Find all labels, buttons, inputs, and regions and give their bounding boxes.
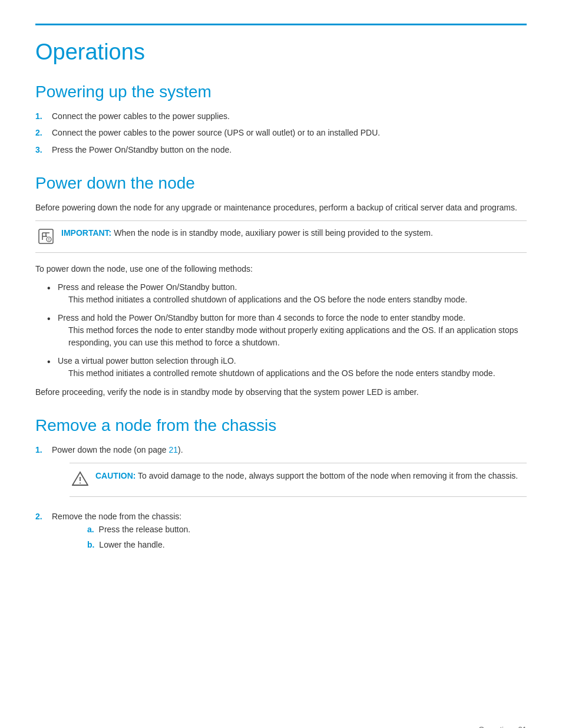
caution-content: CAUTION: To avoid damage to the node, al… — [95, 469, 518, 482]
step-number: 3. — [35, 143, 52, 156]
power-down-bullets: Press and release the Power On/Standby b… — [47, 281, 527, 380]
section-heading-remove-node: Remove a node from the chassis — [35, 416, 527, 435]
svg-point-10 — [80, 482, 81, 483]
bullet-detail: This method initiates a controlled remot… — [68, 367, 527, 380]
step-number: 2. — [35, 126, 52, 139]
powering-up-steps: 1. Connect the power cables to the power… — [35, 110, 527, 156]
step-text-before: Power down the node (on page — [52, 445, 168, 454]
caution-label: CAUTION: — [95, 471, 135, 480]
section-heading-power-down: Power down the node — [35, 174, 527, 193]
list-item: 3. Press the Power On/Standby button on … — [35, 143, 527, 156]
list-item: b. Lower the handle. — [87, 539, 527, 551]
bullet-main: Press and release the Power On/Standby b… — [58, 282, 237, 292]
step-text: Connect the power cables to the power so… — [52, 126, 527, 139]
step-text: Press the Power On/Standby button on the… — [52, 143, 527, 156]
list-item: 2. Remove the node from the chassis: a. … — [35, 510, 527, 555]
step-text: Remove the node from the chassis: — [52, 512, 181, 521]
power-down-outro: Before proceeding, verify the node is in… — [35, 386, 527, 398]
remove-node-steps: 1. Power down the node (on page 21). CAU… — [35, 443, 527, 555]
list-item: Press and release the Power On/Standby b… — [47, 281, 527, 306]
sub-step-text: Press the release button. — [99, 525, 191, 534]
list-item: 1. Power down the node (on page 21). CAU… — [35, 443, 527, 506]
sub-step-label: a. — [87, 525, 94, 534]
step-text: Connect the power cables to the power su… — [52, 110, 527, 123]
page-footer: Operations 21 — [478, 725, 527, 728]
list-item: Press and hold the Power On/Standby butt… — [47, 312, 527, 349]
bullet-detail: This method initiates a controlled shutd… — [68, 294, 527, 306]
important-note: IMPORTANT: When the node is in standby m… — [35, 220, 527, 253]
caution-note: CAUTION: To avoid damage to the node, al… — [70, 463, 527, 497]
page: Operations Powering up the system 1. Con… — [0, 24, 562, 728]
bullet-detail: This method forces the node to enter sta… — [68, 324, 527, 349]
page-title: Operations — [35, 39, 527, 65]
step-number: 1. — [35, 443, 52, 456]
step-number: 1. — [35, 110, 52, 123]
power-down-intro: Before powering down the node for any up… — [35, 201, 527, 214]
step-number: 2. — [35, 510, 52, 523]
bullet-main: Use a virtual power button selection thr… — [58, 356, 236, 365]
note-body: When the node is in standby mode, auxili… — [114, 228, 433, 238]
power-down-sub-intro: To power down the node, use one of the f… — [35, 262, 527, 275]
step-text-after: ). — [178, 445, 183, 454]
list-item: a. Press the release button. — [87, 523, 527, 536]
caution-icon — [70, 470, 91, 490]
step-content: Remove the node from the chassis: a. Pre… — [52, 510, 527, 555]
sub-step-text: Lower the handle. — [99, 540, 164, 549]
sub-steps: a. Press the release button. b. Lower th… — [87, 523, 527, 551]
note-content: IMPORTANT: When the node is in standby m… — [61, 227, 433, 239]
bullet-main: Press and hold the Power On/Standby butt… — [58, 313, 465, 322]
list-item: Use a virtual power button selection thr… — [47, 355, 527, 380]
sub-step-label: b. — [87, 540, 94, 549]
page-link[interactable]: 21 — [168, 445, 178, 454]
list-item: 2. Connect the power cables to the power… — [35, 126, 527, 139]
caution-body: To avoid damage to the node, always supp… — [138, 471, 518, 480]
note-label: IMPORTANT: — [61, 228, 111, 238]
step-content: Power down the node (on page 21). CAUTIO… — [52, 443, 527, 506]
top-rule — [35, 24, 527, 25]
svg-point-7 — [48, 240, 49, 241]
note-icon — [35, 228, 57, 246]
list-item: 1. Connect the power cables to the power… — [35, 110, 527, 123]
section-heading-powering-up: Powering up the system — [35, 83, 527, 101]
